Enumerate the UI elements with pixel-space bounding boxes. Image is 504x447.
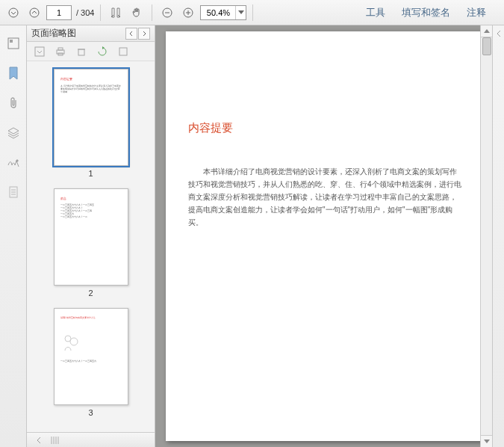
svg-point-0 bbox=[9, 8, 18, 17]
thumb-rotate-icon[interactable] bbox=[96, 45, 109, 58]
separator bbox=[252, 4, 253, 21]
hand-tool-button[interactable] bbox=[128, 4, 146, 22]
zoom-in-button[interactable] bbox=[179, 4, 197, 22]
svg-rect-19 bbox=[119, 48, 127, 55]
thumb-toolbar bbox=[27, 42, 155, 61]
thumbnail-panel: 页面缩略图 内容提要 本书详细介绍了电商视觉营销的设计要素还深入剖析了电商文案的… bbox=[27, 25, 155, 447]
zoom-value-label: 50.4% bbox=[201, 8, 235, 17]
menu-tools[interactable]: 工具 bbox=[366, 6, 385, 19]
main-toolbar: / 304 50.4% 工具 填写和签名 注释 bbox=[0, 0, 504, 25]
resize-icon[interactable] bbox=[51, 437, 60, 444]
page-view: 内容提要 本书详细介绍了电商视觉营销的设计要素，还深入剖析了电商文案的策划写作技… bbox=[166, 31, 484, 441]
menu-right: 工具 填写和签名 注释 bbox=[366, 6, 500, 19]
page-number-input[interactable] bbox=[46, 5, 72, 20]
menu-comment[interactable]: 注释 bbox=[467, 6, 486, 19]
thumbs-list: 内容提要 本书详细介绍了电商视觉营销的设计要素还深入剖析了电商文案的策划写作技巧… bbox=[27, 61, 155, 432]
vertical-scrollbar[interactable] bbox=[480, 25, 492, 447]
body-area: 页面缩略图 内容提要 本书详细介绍了电商视觉营销的设计要素还深入剖析了电商文案的… bbox=[0, 25, 504, 447]
attachment-icon[interactable] bbox=[6, 96, 21, 111]
thumb-page-3[interactable]: 第1章 视觉营销与电商文案设计方法 一二三四五六七八九十一二三四五六 bbox=[54, 308, 128, 405]
svg-rect-8 bbox=[10, 40, 13, 43]
signature-icon[interactable] bbox=[6, 155, 21, 170]
thumb-delete-icon[interactable] bbox=[75, 45, 88, 58]
document-icon[interactable] bbox=[6, 185, 21, 200]
scroll-down-icon[interactable] bbox=[481, 435, 492, 447]
separator bbox=[152, 4, 152, 21]
svg-rect-15 bbox=[58, 48, 63, 50]
thumb-page-1[interactable]: 内容提要 本书详细介绍了电商视觉营销的设计要素还深入剖析了电商文案的策划写作技巧… bbox=[54, 69, 128, 166]
left-rail bbox=[0, 25, 27, 447]
right-rail bbox=[492, 25, 504, 447]
thumb-next-button[interactable] bbox=[138, 28, 150, 40]
menu-fill-sign[interactable]: 填写和签名 bbox=[402, 6, 450, 19]
zoom-dropdown-icon[interactable] bbox=[235, 6, 246, 19]
thumb-page-2[interactable]: 前言 一二三四五六七八九十一二三四五一二三四五六七八九十一二三四五六七八九十一二… bbox=[54, 188, 128, 286]
expand-right-panel-icon[interactable] bbox=[496, 30, 502, 447]
thumb-label: 2 bbox=[88, 289, 93, 298]
thumb-label: 1 bbox=[88, 169, 93, 178]
thumb-options-icon[interactable] bbox=[33, 45, 46, 58]
scroll-up-icon[interactable] bbox=[481, 25, 492, 37]
zoom-select[interactable]: 50.4% bbox=[200, 5, 246, 20]
thumb-panel-title: 页面缩略图 bbox=[31, 27, 76, 40]
svg-point-1 bbox=[30, 8, 39, 17]
thumb-bottom-bar bbox=[27, 432, 155, 447]
document-area: 内容提要 本书详细介绍了电商视觉营销的设计要素，还深入剖析了电商文案的策划写作技… bbox=[155, 25, 492, 447]
thumb-panel-header: 页面缩略图 bbox=[27, 25, 155, 42]
select-tool-button[interactable] bbox=[107, 4, 125, 22]
thumb-label: 3 bbox=[88, 408, 93, 417]
svg-point-21 bbox=[70, 338, 78, 345]
content-body: 本书详细介绍了电商视觉营销的设计要素，还深入剖析了电商文案的策划写作技巧和视觉营… bbox=[188, 165, 461, 229]
zoom-out-button[interactable] bbox=[158, 4, 176, 22]
thumb-prev-button[interactable] bbox=[125, 28, 137, 40]
collapse-icon[interactable] bbox=[36, 437, 43, 444]
thumbnails-panel-icon[interactable] bbox=[6, 36, 21, 51]
svg-rect-17 bbox=[78, 49, 84, 55]
bookmark-icon[interactable] bbox=[6, 66, 21, 81]
prev-page-button[interactable] bbox=[4, 4, 22, 22]
svg-rect-13 bbox=[35, 47, 44, 56]
scroll-thumb[interactable] bbox=[482, 37, 491, 55]
page-total-label: / 304 bbox=[76, 8, 94, 17]
thumb-print-icon[interactable] bbox=[54, 45, 67, 58]
separator bbox=[100, 4, 101, 21]
thumb-more-icon[interactable] bbox=[116, 45, 130, 58]
layers-icon[interactable] bbox=[6, 126, 21, 141]
next-page-button[interactable] bbox=[25, 4, 43, 22]
content-heading: 内容提要 bbox=[188, 121, 461, 135]
